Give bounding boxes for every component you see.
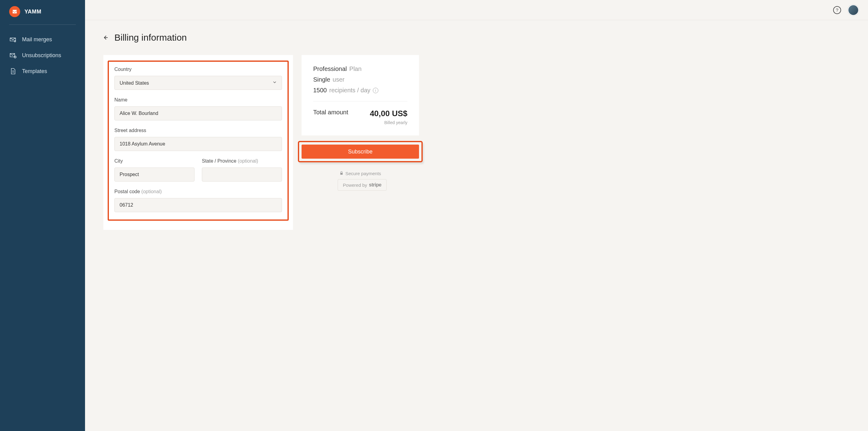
city-input[interactable] — [114, 167, 194, 181]
quota-line: 1500 recipients / day i — [313, 87, 407, 94]
avatar[interactable] — [848, 5, 859, 15]
summary-card: Professional Plan Single user 1500 recip… — [302, 55, 419, 135]
total-label: Total amount — [313, 109, 348, 116]
street-input[interactable] — [114, 137, 282, 151]
templates-icon — [9, 68, 17, 75]
info-icon[interactable]: i — [373, 88, 378, 93]
city-label: City — [114, 158, 194, 164]
subscribe-button[interactable]: Subscribe — [302, 144, 419, 159]
sidebar-item-label: Templates — [22, 68, 47, 75]
unsubscriptions-icon — [9, 52, 17, 59]
help-icon[interactable]: ? — [833, 6, 841, 14]
sidebar-item-label: Mail merges — [22, 36, 52, 43]
sidebar-divider — [9, 25, 76, 25]
sidebar-item-label: Unsubscriptions — [22, 52, 61, 59]
brand-name: YAMM — [25, 8, 41, 15]
summary-divider — [313, 101, 407, 101]
sidebar: YAMM Mail merges Unsubscriptions Templat… — [0, 0, 85, 431]
name-input[interactable] — [114, 106, 282, 121]
sidebar-item-mail-merges[interactable]: Mail merges — [0, 32, 85, 47]
sidebar-item-templates[interactable]: Templates — [0, 63, 85, 79]
seat-line: Single user — [313, 76, 407, 83]
postal-input[interactable] — [114, 198, 282, 212]
total-amount: 40,00 US$ — [370, 109, 407, 118]
logo-icon — [9, 6, 20, 17]
page-title: Billing information — [114, 32, 187, 43]
subscribe-highlight: Subscribe — [298, 141, 423, 162]
name-label: Name — [114, 97, 282, 103]
billed-cycle: Billed yearly — [370, 120, 407, 125]
lock-icon — [340, 171, 343, 176]
svg-point-0 — [14, 41, 16, 42]
stripe-badge: Powered by stripe — [338, 179, 386, 191]
page-header: Billing information — [101, 32, 850, 43]
state-label: State / Province (optional) — [202, 158, 282, 164]
logo[interactable]: YAMM — [0, 6, 85, 25]
mail-merge-icon — [9, 36, 17, 43]
plan-line: Professional Plan — [313, 65, 407, 72]
secure-payments: Secure payments — [302, 171, 419, 176]
total-row: Total amount 40,00 US$ Billed yearly — [313, 109, 407, 125]
sidebar-item-unsubscriptions[interactable]: Unsubscriptions — [0, 47, 85, 63]
billing-form-card: Country United States Na — [103, 55, 293, 230]
postal-label: Postal code (optional) — [114, 189, 282, 194]
state-input[interactable] — [202, 167, 282, 181]
country-label: Country — [114, 67, 282, 72]
country-select[interactable]: United States — [114, 76, 282, 90]
street-label: Street address — [114, 128, 282, 133]
back-arrow-icon[interactable] — [101, 34, 109, 41]
topbar: ? — [85, 0, 868, 20]
billing-form-highlight: Country United States Na — [108, 61, 289, 221]
main: ? Billing information Country — [85, 0, 868, 431]
